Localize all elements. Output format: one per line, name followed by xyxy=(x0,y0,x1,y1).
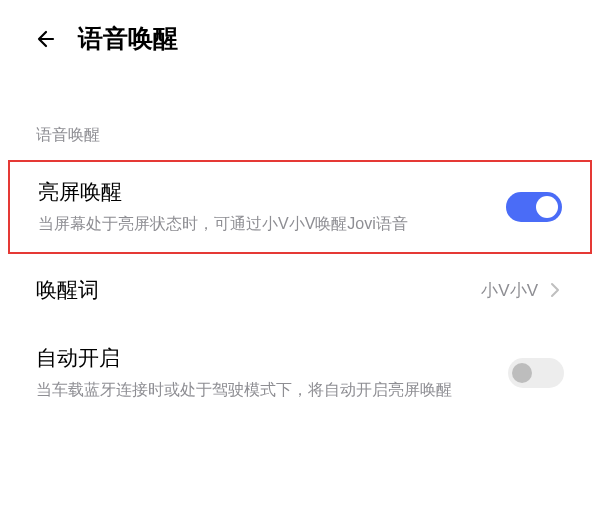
setting-bright-screen-wake[interactable]: 亮屏唤醒 当屏幕处于亮屏状态时，可通过小V小V唤醒Jovi语音 xyxy=(8,160,592,254)
wake-word-value: 小V小V xyxy=(481,279,538,302)
section-header: 语音唤醒 xyxy=(0,75,600,160)
page-title: 语音唤醒 xyxy=(78,22,178,55)
chevron-right-icon xyxy=(546,281,564,299)
setting-title: 唤醒词 xyxy=(36,276,469,304)
row-right: 小V小V xyxy=(481,279,564,302)
setting-text: 唤醒词 xyxy=(36,276,481,304)
setting-title: 亮屏唤醒 xyxy=(38,178,494,206)
setting-text: 亮屏唤醒 当屏幕处于亮屏状态时，可通过小V小V唤醒Jovi语音 xyxy=(38,178,506,236)
setting-desc: 当屏幕处于亮屏状态时，可通过小V小V唤醒Jovi语音 xyxy=(38,212,494,236)
back-arrow-icon[interactable] xyxy=(32,25,60,53)
setting-text: 自动开启 当车载蓝牙连接时或处于驾驶模式下，将自动开启亮屏唤醒 xyxy=(36,344,508,402)
setting-wake-word[interactable]: 唤醒词 小V小V xyxy=(0,254,600,326)
toggle-knob xyxy=(536,196,558,218)
page-header: 语音唤醒 xyxy=(0,0,600,75)
setting-auto-open[interactable]: 自动开启 当车载蓝牙连接时或处于驾驶模式下，将自动开启亮屏唤醒 xyxy=(0,326,600,420)
setting-desc: 当车载蓝牙连接时或处于驾驶模式下，将自动开启亮屏唤醒 xyxy=(36,378,496,402)
toggle-bright-screen[interactable] xyxy=(506,192,562,222)
toggle-knob xyxy=(512,363,532,383)
setting-title: 自动开启 xyxy=(36,344,496,372)
toggle-auto-open[interactable] xyxy=(508,358,564,388)
